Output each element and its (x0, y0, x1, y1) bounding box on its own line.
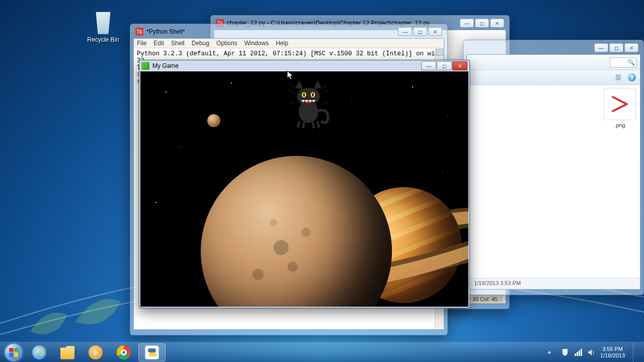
maximize-button[interactable]: ◻ (413, 27, 427, 36)
trash-icon (91, 10, 115, 34)
menu-windows[interactable]: Windows (244, 40, 269, 47)
system-tray: ▴ 3:55 PM 1/18/2013 (544, 343, 644, 362)
menu-options[interactable]: Options (216, 40, 237, 47)
search-input[interactable]: 🔍 (610, 57, 637, 67)
action-center-icon[interactable] (561, 348, 569, 356)
svg-line-5 (323, 90, 328, 93)
ie-icon (32, 345, 46, 359)
close-button[interactable]: ✕ (428, 27, 442, 36)
help-icon[interactable]: ? (627, 72, 637, 82)
menu-debug[interactable]: Debug (192, 40, 209, 47)
menu-file[interactable]: File (137, 40, 146, 47)
png-thumbnail (604, 88, 636, 120)
taskbar-idle[interactable] (138, 343, 166, 361)
maximize-button[interactable]: ◻ (475, 19, 489, 28)
python-icon: Tk (135, 28, 143, 36)
close-button[interactable]: ✕ (490, 19, 504, 28)
volume-icon[interactable] (587, 348, 595, 356)
close-button[interactable]: ✕ (452, 61, 467, 70)
svg-rect-15 (581, 349, 582, 356)
minimize-button[interactable]: — (421, 61, 436, 70)
menu-shell[interactable]: Shell (171, 40, 185, 47)
menu-help[interactable]: Help (276, 40, 288, 47)
svg-point-10 (303, 93, 305, 97)
file-item[interactable]: .png (600, 88, 640, 128)
svg-line-6 (289, 102, 294, 104)
minimize-button[interactable]: — (594, 43, 608, 52)
svg-rect-14 (579, 350, 580, 356)
svg-rect-13 (577, 352, 578, 356)
network-icon[interactable] (574, 348, 582, 356)
pygame-window[interactable]: My Game — ◻ ✕ (139, 60, 470, 308)
explorer-toolbar: ≣ ? (467, 70, 640, 85)
svg-line-3 (289, 90, 294, 93)
taskbar-ie[interactable] (26, 343, 53, 361)
explorer-window[interactable]: — ◻ ✕ 🔍 ≣ ? .png (463, 40, 644, 295)
taskbar-explorer[interactable] (54, 343, 81, 361)
cat-sprite (286, 78, 331, 130)
taskbar: ▴ 3:55 PM 1/18/2013 (0, 342, 644, 362)
recycle-bin-label: Recycle Bin (83, 36, 123, 43)
svg-line-2 (291, 84, 295, 89)
python-file-icon (145, 345, 159, 359)
media-player-icon (89, 345, 103, 359)
recycle-bin-icon[interactable]: Recycle Bin (83, 10, 123, 43)
clock[interactable]: 3:55 PM 1/18/2013 (600, 346, 625, 358)
chrome-icon (117, 345, 131, 359)
menu-bar: File Edit Shell Debug Options Windows He… (134, 39, 444, 48)
pygame-icon (141, 62, 149, 70)
mouse-cursor (287, 70, 294, 80)
small-planet (207, 114, 220, 127)
game-canvas (140, 71, 468, 307)
show-desktop-button[interactable] (633, 343, 640, 362)
folder-icon (60, 345, 74, 359)
close-button[interactable]: ✕ (624, 43, 638, 52)
game-title: My Game (152, 62, 179, 69)
views-icon[interactable]: ≣ (613, 72, 623, 82)
file-label: .png (600, 122, 640, 128)
windows-logo-icon (5, 344, 22, 361)
minimize-button[interactable]: — (398, 27, 412, 36)
taskbar-chrome[interactable] (110, 343, 137, 361)
taskbar-wmp[interactable] (82, 343, 109, 361)
shell-title: *Python Shell* (146, 28, 185, 35)
search-icon: 🔍 (627, 59, 635, 66)
svg-line-7 (323, 102, 328, 104)
maximize-button[interactable]: ◻ (437, 61, 452, 70)
maximize-button[interactable]: ◻ (609, 43, 623, 52)
svg-rect-12 (575, 353, 576, 356)
minimize-button[interactable]: — (460, 19, 474, 28)
menu-edit[interactable]: Edit (153, 40, 164, 47)
svg-point-1 (299, 100, 318, 123)
chevron-up-icon[interactable]: ▴ (548, 348, 556, 356)
explorer-status: : 1/18/2013 3:53 PM (467, 278, 640, 289)
address-bar: 🔍 (467, 55, 640, 70)
svg-line-4 (321, 84, 326, 89)
svg-point-11 (312, 93, 313, 97)
start-button[interactable] (2, 343, 25, 362)
